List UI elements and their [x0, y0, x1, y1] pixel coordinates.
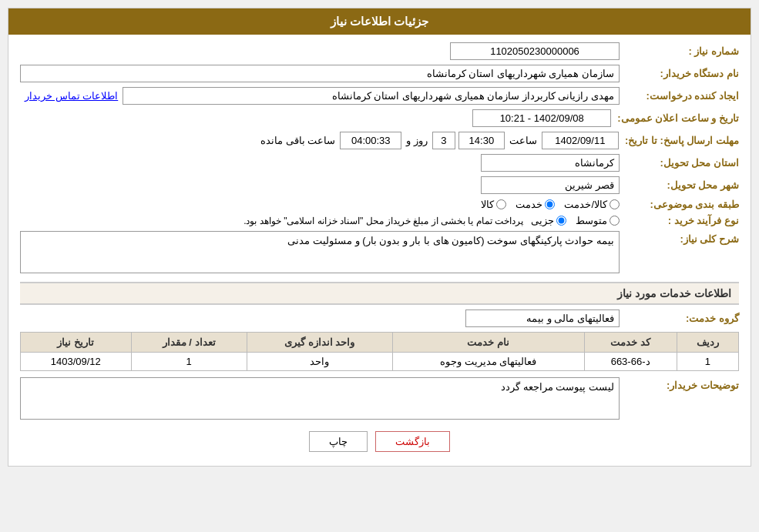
print-button[interactable]: چاپ — [309, 431, 368, 452]
city-label: شهر محل تحویل: — [620, 179, 739, 191]
col-name: نام خدمت — [392, 333, 584, 353]
category-kala: کالا — [481, 199, 506, 210]
cell-date: 1403/09/12 — [21, 353, 132, 371]
cell-row: 1 — [677, 353, 738, 371]
need-number-value: 1102050230000006 — [450, 42, 620, 60]
service-group-value: فعالیتهای مالی و بیمه — [465, 309, 620, 327]
creator-row: ایجاد کننده درخواست: مهدی رازیانی کاربرد… — [20, 87, 739, 105]
category-khidmat: خدمت — [516, 199, 555, 210]
cell-code: د-66-663 — [584, 353, 677, 371]
org-row: نام دستگاه خریدار: سازمان همیاری شهرداری… — [20, 65, 739, 82]
purchase-type-jozee: جزیی — [531, 215, 566, 226]
col-date: تاریخ نیاز — [21, 333, 132, 353]
deadline-days-label: روز و — [401, 132, 432, 149]
purchase-motovaset-label: متوسط — [576, 215, 607, 226]
buyer-desc-textarea[interactable] — [20, 377, 620, 420]
city-value: قصر شیرین — [481, 176, 620, 194]
deadline-date: 1402/09/11 — [542, 132, 619, 149]
purchase-radio-jozee[interactable] — [556, 216, 566, 226]
purchase-type-label: نوع فرآیند خرید : — [620, 215, 739, 226]
buttons-row: چاپ بازگشت — [20, 431, 739, 452]
col-unit: واحد اندازه گیری — [247, 333, 392, 353]
back-button[interactable]: بازگشت — [375, 431, 450, 452]
category-kala-khidmat-label: کالا/خدمت — [564, 199, 607, 210]
description-label: شرح کلی نیاز: — [620, 231, 739, 245]
announce-time-row: تاریخ و ساعت اعلان عمومی: 1402/09/08 - 1… — [20, 109, 739, 127]
deadline-time: 14:30 — [458, 132, 505, 149]
col-quantity: تعداد / مقدار — [131, 333, 247, 353]
col-code: کد خدمت — [584, 333, 677, 353]
category-radio-kala[interactable] — [496, 199, 506, 209]
cell-name: فعالیتهای مدیریت وجوه — [392, 353, 584, 371]
remaining-time: 04:00:33 — [340, 132, 401, 149]
buyer-desc-container — [20, 377, 620, 422]
cell-unit: واحد — [247, 353, 392, 371]
category-label: طبقه بندی موضوعی: — [620, 199, 739, 210]
province-row: استان محل تحویل: کرمانشاه — [20, 154, 739, 172]
service-group-label: گروه خدمت: — [620, 313, 739, 324]
announce-time-value: 1402/09/08 - 10:21 — [472, 109, 611, 127]
content-area: شماره نیاز : 1102050230000006 نام دستگاه… — [8, 35, 751, 466]
contact-link[interactable]: اطلاعات تماس خریدار — [25, 90, 118, 102]
description-textarea[interactable] — [20, 231, 620, 273]
province-label: استان محل تحویل: — [620, 157, 739, 169]
category-khidmat-label: خدمت — [516, 199, 542, 210]
category-radio-khidmat[interactable] — [545, 199, 555, 209]
col-row: ردیف — [677, 333, 738, 353]
purchase-type-radio-group: متوسط جزیی — [531, 215, 620, 226]
purchase-jozee-label: جزیی — [531, 215, 554, 226]
deadline-label: مهلت ارسال پاسخ: تا تاریخ: — [619, 135, 739, 146]
creator-label: ایجاد کننده درخواست: — [620, 90, 739, 102]
service-group-row: گروه خدمت: فعالیتهای مالی و بیمه — [20, 309, 739, 327]
services-section-header: اطلاعات خدمات مورد نیاز — [20, 282, 739, 305]
table-row: 1 د-66-663 فعالیتهای مدیریت وجوه واحد 1 … — [21, 353, 739, 371]
buyer-desc-row: توضیحات خریدار: — [20, 377, 739, 422]
need-number-label: شماره نیاز : — [620, 45, 739, 57]
purchase-type-motovaset: متوسط — [576, 215, 620, 226]
province-value: کرمانشاه — [481, 154, 620, 172]
purchase-type-row: نوع فرآیند خرید : متوسط جزیی پرداخت تمام… — [20, 215, 739, 226]
category-kala-khidmat: کالا/خدمت — [564, 199, 620, 210]
announce-time-label: تاریخ و ساعت اعلان عمومی: — [611, 112, 739, 124]
org-value: سازمان همیاری شهرداریهای استان کرمانشاه — [20, 65, 620, 82]
main-container: جزئیات اطلاعات نیاز شماره نیاز : 1102050… — [8, 8, 751, 467]
category-kala-label: کالا — [481, 199, 494, 210]
need-number-row: شماره نیاز : 1102050230000006 — [20, 42, 739, 60]
category-radio-kala-khidmat[interactable] — [610, 199, 620, 209]
page-header: جزئیات اطلاعات نیاز — [8, 8, 751, 35]
purchase-radio-motovaset[interactable] — [610, 216, 620, 226]
purchase-note: پرداخت تمام یا بخشی از مبلغ خریداز محل "… — [243, 216, 523, 226]
header-title: جزئیات اطلاعات نیاز — [331, 15, 428, 28]
services-title: اطلاعات خدمات مورد نیاز — [617, 287, 731, 299]
deadline-row: مهلت ارسال پاسخ: تا تاریخ: 1402/09/11 سا… — [20, 132, 739, 149]
org-label: نام دستگاه خریدار: — [620, 68, 739, 79]
buyer-desc-label: توضیحات خریدار: — [620, 377, 739, 391]
cell-quantity: 1 — [131, 353, 247, 371]
services-table: ردیف کد خدمت نام خدمت واحد اندازه گیری ت… — [20, 332, 739, 371]
category-row: طبقه بندی موضوعی: کالا/خدمت خدمت کالا — [20, 199, 739, 210]
city-row: شهر محل تحویل: قصر شیرین — [20, 176, 739, 194]
description-container — [20, 231, 620, 276]
description-row: شرح کلی نیاز: — [20, 231, 739, 276]
deadline-time-label: ساعت — [505, 132, 542, 149]
creator-value: مهدی رازیانی کاربرداز سازمان همیاری شهرد… — [123, 87, 620, 105]
category-radio-group: کالا/خدمت خدمت کالا — [481, 199, 620, 210]
deadline-days: 3 — [432, 132, 455, 149]
remaining-label: ساعت باقی مانده — [256, 132, 340, 149]
